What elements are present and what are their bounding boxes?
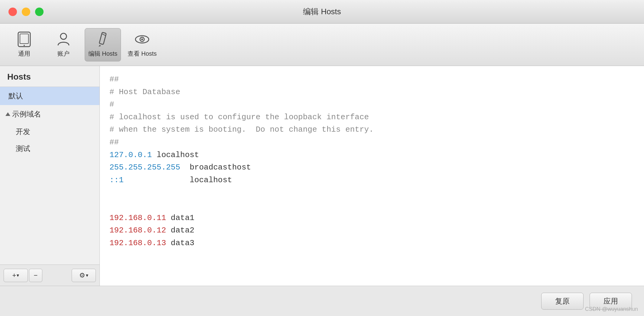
ip-255: 255.255.255.255 xyxy=(109,163,180,172)
host-data3: data3 xyxy=(166,239,194,248)
editor-line-blank2 xyxy=(109,199,634,212)
remove-button[interactable]: − xyxy=(29,269,42,282)
sidebar-group-example[interactable]: 示例域名 xyxy=(0,105,99,123)
minimize-button[interactable] xyxy=(22,8,30,16)
toolbar: 通用 账户 编辑 Hosts 查看 Hosts xyxy=(0,24,644,66)
ip-192-13: 192.168.0.13 xyxy=(109,239,166,248)
sidebar-child-dev-label: 开发 xyxy=(16,127,30,136)
triangle-icon xyxy=(5,112,10,116)
toolbar-item-account[interactable]: 账户 xyxy=(45,28,82,61)
editor-line-11: 192.168.0.12 data2 xyxy=(109,224,634,237)
toolbar-label-edit-hosts: 编辑 Hosts xyxy=(88,50,118,58)
svg-point-3 xyxy=(60,33,67,39)
editor-line-8: 255.255.255.255 broadcasthost xyxy=(109,161,634,174)
sidebar-child-test-label: 测试 xyxy=(16,144,30,153)
pencil-icon xyxy=(95,31,111,47)
editor-line-1: ## xyxy=(109,73,634,86)
gear-button[interactable]: ⚙ ▾ xyxy=(72,269,96,282)
bottom-bar: 复原 应用 xyxy=(0,286,644,316)
main-content: Hosts 默认 示例域名 开发 测试 + ▾ − xyxy=(0,66,644,286)
window-title: 编辑 Hosts xyxy=(303,6,341,17)
svg-line-6 xyxy=(102,34,106,36)
ip-ipv6: ::1 xyxy=(109,176,124,185)
editor-line-blank1 xyxy=(109,186,634,199)
sidebar-header: Hosts xyxy=(0,66,99,87)
toolbar-item-view-hosts[interactable]: 查看 Hosts xyxy=(124,28,160,61)
editor-line-9: ::1 localhost xyxy=(109,174,634,187)
sidebar-child-test[interactable]: 测试 xyxy=(0,140,99,157)
title-bar: 编辑 Hosts xyxy=(0,0,644,24)
tablet-icon xyxy=(16,31,32,47)
editor-line-12: 192.168.0.13 data3 xyxy=(109,237,634,250)
sidebar-item-default-label: 默认 xyxy=(8,91,23,101)
sidebar-item-default[interactable]: 默认 xyxy=(0,87,99,105)
add-button[interactable]: + ▾ xyxy=(4,269,28,282)
editor-line-2: # Host Database xyxy=(109,86,634,99)
host-data2: data2 xyxy=(166,226,194,235)
gear-icon: ⚙ xyxy=(79,272,85,279)
sidebar-child-dev[interactable]: 开发 xyxy=(0,123,99,140)
editor-line-3: # xyxy=(109,98,634,111)
host-localhost2: localhost xyxy=(124,176,232,185)
toolbar-label-general: 通用 xyxy=(18,50,30,58)
add-icon: + xyxy=(12,272,16,279)
gear-chevron-icon: ▾ xyxy=(86,272,88,278)
editor-line-6: ## xyxy=(109,136,634,149)
toolbar-item-general[interactable]: 通用 xyxy=(6,28,42,61)
restore-button[interactable]: 复原 xyxy=(541,293,584,310)
editor-line-4: # localhost is used to configure the loo… xyxy=(109,111,634,124)
svg-marker-5 xyxy=(99,45,101,47)
sidebar-footer: + ▾ − ⚙ ▾ xyxy=(0,265,99,286)
editor-line-7: 127.0.0.1 localhost xyxy=(109,149,634,162)
host-broadcasthost: broadcasthost xyxy=(180,163,251,172)
host-localhost1: localhost xyxy=(152,150,199,160)
add-chevron-icon: ▾ xyxy=(17,272,19,278)
toolbar-item-edit-hosts[interactable]: 编辑 Hosts xyxy=(85,28,121,61)
window-controls xyxy=(8,8,44,16)
editor-line-10: 192.168.0.11 data1 xyxy=(109,212,634,225)
ip-192-12: 192.168.0.12 xyxy=(109,226,166,235)
minus-icon: − xyxy=(34,272,38,279)
svg-point-2 xyxy=(24,45,25,46)
watermark: CSDN @wuyuanshun xyxy=(585,306,638,312)
person-icon xyxy=(56,31,71,47)
svg-rect-1 xyxy=(20,34,28,44)
toolbar-label-account: 账户 xyxy=(57,50,70,58)
host-data1: data1 xyxy=(166,213,194,222)
editor-line-5: # when the system is booting. Do not cha… xyxy=(109,123,634,136)
toolbar-label-view-hosts: 查看 Hosts xyxy=(128,50,157,58)
sidebar-list: 默认 示例域名 开发 测试 xyxy=(0,87,99,265)
close-button[interactable] xyxy=(8,8,17,16)
maximize-button[interactable] xyxy=(35,8,44,16)
sidebar: Hosts 默认 示例域名 开发 测试 + ▾ − xyxy=(0,66,100,286)
sidebar-group-example-label: 示例域名 xyxy=(12,109,41,119)
eye-icon xyxy=(134,31,150,47)
svg-point-9 xyxy=(141,38,143,40)
ip-192-11: 192.168.0.11 xyxy=(109,213,166,222)
editor-area[interactable]: ## # Host Database # # localhost is used… xyxy=(100,66,644,286)
ip-127: 127.0.0.1 xyxy=(109,150,152,160)
